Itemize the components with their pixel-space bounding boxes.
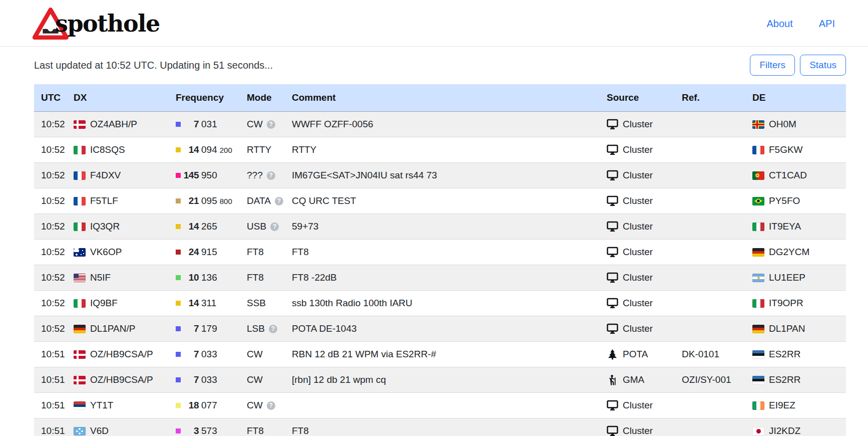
source-label: Cluster [623,195,653,206]
de-cell: ES2RR [748,342,846,367]
spot-comment: ssb 130th Radio 100th IARU [292,298,412,308]
mode-help-icon[interactable] [275,197,283,205]
comment-cell: POTA DE-1043 [288,316,603,342]
mode-help-icon[interactable] [269,325,277,333]
ref-cell [678,418,748,436]
table-row[interactable]: 10:52 IQ9BF 14 311 SSB ssb 130th Radio 1… [34,291,846,316]
de-callsign-link[interactable]: ES2RR [769,349,800,360]
utc-cell: 10:52 [34,240,70,265]
utc-cell: 10:51 [34,367,70,393]
frequency-cell: 10 136 [174,265,243,291]
de-cell: LU1EEP [748,265,846,291]
comment-cell: IM67GE<SAT>JN04IU sat rs44 73 [288,163,603,188]
flag-pt-icon [752,171,764,180]
mode-help-icon[interactable] [270,223,279,231]
frequency-mhz: 7 [181,374,199,385]
filters-button[interactable]: Filters [750,55,795,76]
mode-help-icon[interactable] [267,120,275,129]
spots-table: UTCDXFrequencyModeCommentSourceRef.DE 10… [34,84,846,436]
dx-callsign-link[interactable]: OZ/HB9CSA/P [90,349,153,360]
table-row[interactable]: 10:51 OZ/HB9CSA/P 7 033 CW [rbn] 12 db 2… [34,367,846,393]
frequency-khz: 950 [201,170,217,181]
table-row[interactable]: 10:52 IQ3QR 14 265 USB 59+73 [34,214,846,240]
mode-help-icon[interactable] [267,171,275,180]
status-button[interactable]: Status [800,55,846,76]
brand-logo[interactable]: spothole [32,7,160,41]
de-callsign-link[interactable]: F5GKW [769,144,803,155]
dx-callsign-link[interactable]: YT1T [90,400,113,411]
table-row[interactable]: 10:52 DL1PAN/P 7 179 LSB POTA DE-1043 [34,316,846,342]
dx-cell: IQ3QR [70,214,174,240]
nav-link-api[interactable]: API [819,18,835,30]
dx-callsign-link[interactable]: DL1PAN/P [90,323,135,334]
spot-time: 10:52 [41,221,65,232]
dx-callsign-link[interactable]: IC8SQS [90,144,125,155]
comment-cell: CQ URC TEST [288,188,603,214]
mode-label: CW [247,349,263,360]
spot-comment: 59+73 [292,221,318,232]
table-row[interactable]: 10:52 F5TLF 21 095 800 DATA CQ URC TEST [34,188,846,214]
de-callsign-link[interactable]: PY5FO [769,195,800,206]
ref-cell [678,188,748,214]
de-callsign-link[interactable]: DL1PAN [769,323,805,334]
comment-cell: ssb 130th Radio 100th IARU [288,291,603,316]
source-cell: Cluster [603,163,678,188]
dx-callsign-link[interactable]: F5TLF [90,195,118,206]
frequency-mhz: 7 [181,323,199,334]
mode-label: CW [247,400,263,411]
de-callsign-link[interactable]: IT9EYA [769,221,801,232]
utc-cell: 10:51 [34,393,70,418]
dx-callsign-link[interactable]: IQ9BF [90,298,118,309]
table-row[interactable]: 10:52 VK6OP 24 915 FT8 FT8 [34,240,846,265]
source-label: Cluster [623,221,653,232]
toolbar-buttons: Filters Status [750,55,846,76]
column-header-utc: UTC [34,84,70,112]
flag-it-icon [752,299,764,308]
dx-cell: OZ/HB9CSA/P [70,342,174,367]
frequency-khz: 095 [201,195,217,206]
source-label: Cluster [623,400,653,411]
monitor-icon [607,195,618,206]
table-row[interactable]: 10:52 IC8SQS 14 094 200 RTTY RTTY [34,137,846,163]
de-callsign-link[interactable]: DG2YCM [769,247,809,258]
source-label: Cluster [623,298,653,309]
de-callsign-link[interactable]: ES2RR [769,374,800,385]
utc-cell: 10:52 [34,291,70,316]
mode-help-icon[interactable] [267,401,275,410]
frequency-cell: 7 031 [174,112,243,137]
frequency-khz: 136 [201,272,217,283]
flag-fr-icon [74,197,86,205]
table-row[interactable]: 10:51 OZ/HB9CSA/P 7 033 CW RBN 12 dB 21 … [34,342,846,367]
dx-callsign-link[interactable]: F4DXV [90,170,121,181]
flag-de-icon [74,325,86,333]
flag-it-icon [74,299,86,308]
table-row[interactable]: 10:52 F4DXV 145 950 ??? IM67GE<SAT>JN04I… [34,163,846,188]
de-callsign-link[interactable]: OH0M [769,119,796,130]
nav-link-about[interactable]: About [766,18,792,30]
dx-callsign-link[interactable]: IQ3QR [90,221,120,232]
spot-time: 10:51 [41,374,65,385]
dx-callsign-link[interactable]: OZ/HB9CSA/P [90,374,153,385]
band-color-square [176,198,181,203]
de-callsign-link[interactable]: CT1CAD [769,170,807,181]
spot-comment: FT8 [292,247,309,257]
table-row[interactable]: 10:51 V6D 3 573 FT8 FT8 [34,418,846,436]
dx-callsign-link[interactable]: N5IF [90,272,111,283]
table-row[interactable]: 10:51 YT1T 18 077 CW [34,393,846,418]
flag-fr-icon [752,146,764,154]
dx-cell: DL1PAN/P [70,316,174,342]
de-callsign-link[interactable]: LU1EEP [769,272,805,283]
comment-cell: RBN 12 dB 21 WPM via ES2RR-# [288,342,603,367]
dx-cell: VK6OP [70,240,174,265]
dx-callsign-link[interactable]: OZ4ABH/P [90,119,137,130]
dx-callsign-link[interactable]: V6D [90,425,109,436]
de-callsign-link[interactable]: IT9OPR [769,298,803,309]
de-callsign-link[interactable]: EI9EZ [769,400,795,411]
de-callsign-link[interactable]: JI2KDZ [769,425,800,436]
comment-cell: 59+73 [288,214,603,240]
mode-label: ??? [247,170,263,181]
frequency-mhz: 10 [181,272,199,283]
dx-callsign-link[interactable]: VK6OP [90,247,122,258]
table-row[interactable]: 10:52 N5IF 10 136 FT8 FT8 -22dB [34,265,846,291]
table-row[interactable]: 10:52 OZ4ABH/P 7 031 CW WWFF OZFF-0056 [34,112,846,137]
